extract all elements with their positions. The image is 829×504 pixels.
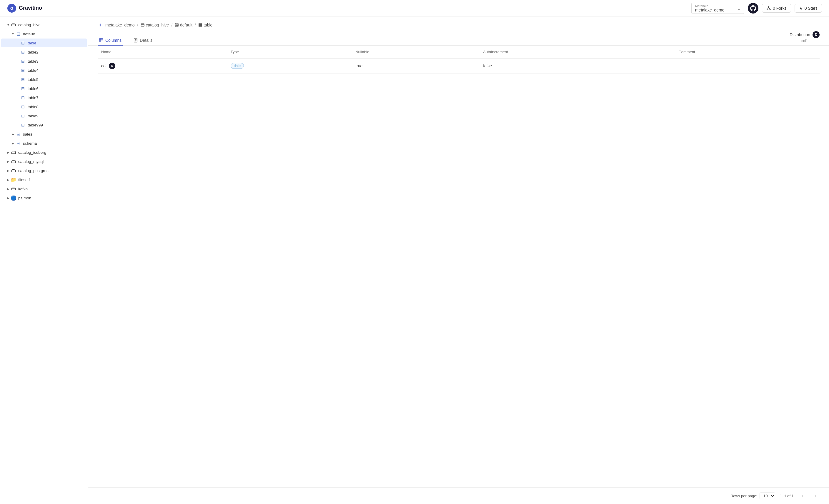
- sidebar-item-table999[interactable]: ⊞ table999: [1, 121, 87, 129]
- sidebar-item-label: table8: [28, 105, 84, 109]
- svg-text:G: G: [10, 6, 13, 10]
- sidebar-item-label: catalog_hive: [18, 23, 84, 27]
- sidebar-item-table9[interactable]: ⊞ table9: [1, 111, 87, 120]
- cell-name: col D: [98, 59, 227, 74]
- sidebar-item-label: kafka: [18, 187, 84, 191]
- svg-rect-10: [199, 24, 202, 27]
- metalake-selector[interactable]: Metalake metalake_demo ▼: [691, 3, 744, 14]
- cell-autoincrement: false: [479, 59, 675, 74]
- table-icon: ⊞: [20, 58, 26, 64]
- toggle-icon: [15, 50, 20, 54]
- next-page-button[interactable]: ›: [812, 492, 820, 500]
- tab-details[interactable]: Details: [132, 36, 153, 46]
- toggle-icon: ▶: [10, 141, 15, 146]
- sidebar-item-label: schema: [23, 141, 84, 146]
- logo-icon: G: [7, 3, 16, 13]
- table-header-row: Name Type Nullable AutoIncrement Comment: [98, 46, 820, 59]
- sidebar-item-catalog-iceberg[interactable]: ▶ 🗃 catalog_iceberg: [1, 148, 87, 157]
- chevron-down-icon: ▼: [737, 8, 741, 11]
- fileset-icon: 📁: [10, 177, 16, 183]
- sidebar-item-label: catalog_postgres: [18, 168, 84, 173]
- svg-point-3: [767, 9, 768, 10]
- distribution-info: Distribution D col1: [790, 31, 820, 45]
- sidebar-item-paimon[interactable]: ▶ 🔵 paimon: [1, 193, 87, 202]
- sidebar-item-table8[interactable]: ⊞ table8: [1, 102, 87, 111]
- distribution-label: Distribution: [790, 32, 810, 37]
- cell-type: date: [227, 59, 352, 74]
- toggle-icon: [15, 86, 20, 91]
- table-icon: ⊞: [20, 49, 26, 55]
- toggle-icon: ▶: [6, 159, 10, 164]
- toggle-icon: [15, 104, 20, 109]
- col-name-text: col: [101, 64, 107, 68]
- type-badge: date: [231, 63, 244, 69]
- schema-icon: ⊟: [15, 140, 21, 146]
- metalake-label: Metalake: [695, 4, 741, 8]
- table-icon: ⊞: [20, 85, 26, 91]
- toggle-icon: ▼: [10, 32, 15, 36]
- col-distribution-badge: D: [109, 63, 115, 69]
- col-header-autoincrement: AutoIncrement: [479, 46, 675, 59]
- tabs: Columns Details Distribution D c: [88, 28, 829, 46]
- forks-button[interactable]: 0 Forks: [762, 4, 791, 13]
- toggle-icon: [15, 41, 20, 45]
- svg-rect-7: [141, 24, 144, 26]
- main-layout: ▼ 🗃 catalog_hive ▼ ⊟ default ⊞ table ⊞ t…: [0, 16, 829, 504]
- toggle-icon: ▼: [6, 22, 10, 27]
- col-header-comment: Comment: [675, 46, 820, 59]
- table-row: col D date true false: [98, 59, 820, 74]
- breadcrumb: metalake_demo / catalog_hive / default /: [88, 16, 829, 28]
- sidebar-item-default[interactable]: ▼ ⊟ default: [1, 29, 87, 38]
- sidebar-item-fileset1[interactable]: ▶ 📁 fileset1: [1, 175, 87, 184]
- sidebar-item-label: fileset1: [18, 178, 84, 182]
- sidebar-item-label: table3: [28, 59, 84, 64]
- back-button[interactable]: [98, 22, 103, 28]
- sidebar-item-table[interactable]: ⊞ table: [1, 39, 87, 47]
- header-left: G Gravitino: [7, 3, 42, 13]
- breadcrumb-table: table: [198, 23, 212, 27]
- sidebar-item-label: table6: [28, 86, 84, 91]
- sidebar-item-table5[interactable]: ⊞ table5: [1, 75, 87, 84]
- sidebar-item-table4[interactable]: ⊞ table4: [1, 66, 87, 75]
- svg-rect-15: [100, 39, 103, 42]
- sidebar-item-catalog-mysql[interactable]: ▶ 🗃 catalog_mysql: [1, 157, 87, 166]
- footer: Rows per page: 10 25 50 1–1 of 1 ‹ ›: [88, 487, 829, 504]
- table-icon: ⊞: [20, 104, 26, 110]
- sidebar-item-catalog-postgres[interactable]: ▶ 🗃 catalog_postgres: [1, 166, 87, 175]
- star-icon: ★: [799, 6, 803, 10]
- table-icon: ⊞: [20, 113, 26, 119]
- github-icon[interactable]: [748, 3, 758, 13]
- sidebar-item-label: table999: [28, 123, 84, 127]
- sidebar-item-label: table4: [28, 68, 84, 73]
- table-icon: ⊞: [20, 40, 26, 46]
- sidebar-item-table6[interactable]: ⊞ table6: [1, 84, 87, 93]
- catalog-hive-icon: 🗃: [10, 22, 16, 28]
- svg-line-6: [769, 7, 770, 9]
- sidebar-item-sales[interactable]: ▶ ⊟ sales: [1, 130, 87, 139]
- toggle-icon: ▶: [6, 186, 10, 191]
- toggle-icon: [15, 95, 20, 100]
- sidebar-item-table7[interactable]: ⊞ table7: [1, 93, 87, 102]
- col-header-type: Type: [227, 46, 352, 59]
- sidebar-item-label: table7: [28, 95, 84, 100]
- kafka-icon: 🗃: [10, 186, 16, 192]
- rows-per-page-label: Rows per page:: [730, 494, 757, 498]
- sidebar-item-label: table: [28, 41, 84, 45]
- sidebar-item-catalog-hive[interactable]: ▼ 🗃 catalog_hive: [1, 20, 87, 29]
- sidebar-item-table3[interactable]: ⊞ table3: [1, 57, 87, 66]
- app-title: Gravitino: [19, 5, 42, 11]
- sidebar-item-kafka[interactable]: ▶ 🗃 kafka: [1, 184, 87, 193]
- schema-icon: ⊟: [15, 131, 21, 137]
- rows-per-page-select[interactable]: 10 25 50: [760, 493, 775, 499]
- breadcrumb-catalog: catalog_hive: [141, 23, 169, 27]
- distribution-sub: col1: [801, 39, 808, 43]
- stars-button[interactable]: ★ 0 Stars: [795, 4, 822, 13]
- table-icon: ⊞: [20, 122, 26, 128]
- svg-point-2: [768, 6, 769, 7]
- toggle-icon: [15, 59, 20, 64]
- columns-table: Name Type Nullable AutoIncrement Comment…: [98, 46, 820, 74]
- sidebar-item-schema[interactable]: ▶ ⊟ schema: [1, 139, 87, 148]
- prev-page-button[interactable]: ‹: [798, 492, 807, 500]
- tab-columns[interactable]: Columns: [98, 36, 123, 46]
- sidebar-item-table2[interactable]: ⊞ table2: [1, 48, 87, 56]
